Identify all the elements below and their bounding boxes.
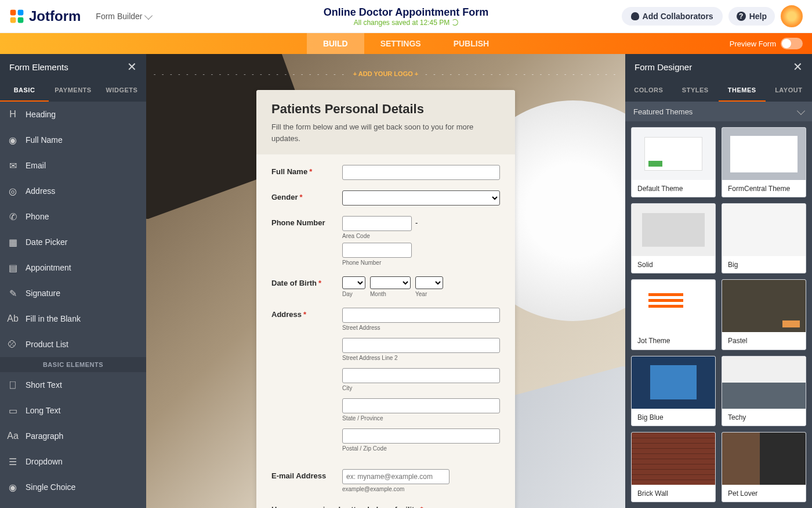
card-subtitle: Fill the form below and we will get back… bbox=[271, 121, 500, 144]
input-street2[interactable] bbox=[342, 338, 500, 353]
element-icon: ✆ bbox=[0, 211, 26, 222]
theme-brick-wall[interactable]: Brick Wall bbox=[631, 432, 716, 502]
select-year[interactable] bbox=[415, 276, 443, 289]
logo-icon bbox=[9, 9, 24, 24]
sublabel-city: City bbox=[342, 385, 500, 391]
input-phonenumber[interactable] bbox=[342, 243, 412, 258]
theme-jot-theme[interactable]: Jot Theme bbox=[631, 279, 716, 350]
theme-grid[interactable]: Default ThemeFormCentral ThemeSolidBigJo… bbox=[625, 121, 812, 508]
theme-solid[interactable]: Solid bbox=[631, 203, 716, 273]
preview-toggle[interactable] bbox=[781, 38, 803, 49]
theme-name: Techy bbox=[722, 409, 806, 426]
right-panel-title: Form Designer bbox=[635, 62, 692, 72]
elements-list[interactable]: HHeading◉Full Name✉Email◎Address✆Phone▦D… bbox=[0, 102, 146, 508]
theme-name: Brick Wall bbox=[632, 485, 715, 502]
input-street[interactable] bbox=[342, 308, 500, 323]
tab-build[interactable]: BUILD bbox=[307, 33, 364, 54]
tab-widgets[interactable]: WIDGETS bbox=[97, 80, 146, 102]
form-title[interactable]: Online Doctor Appointment Form bbox=[324, 6, 488, 19]
element-long-text[interactable]: ▭Long Text bbox=[0, 398, 146, 423]
element-paragraph[interactable]: AaParagraph bbox=[0, 423, 146, 449]
help-button[interactable]: ? Help bbox=[728, 7, 775, 26]
select-gender[interactable] bbox=[342, 190, 500, 206]
add-collaborators-button[interactable]: Add Collaborators bbox=[622, 7, 723, 26]
element-icon: Ab bbox=[0, 314, 26, 324]
theme-thumbnail bbox=[722, 128, 806, 180]
close-icon[interactable]: ✕ bbox=[793, 60, 803, 74]
input-state[interactable] bbox=[342, 398, 500, 413]
avatar[interactable] bbox=[781, 5, 803, 27]
svg-rect-0 bbox=[10, 10, 16, 16]
label-email: E-mail Address bbox=[271, 469, 334, 480]
element-dropdown[interactable]: ☰Dropdown bbox=[0, 449, 146, 474]
theme-name: Default Theme bbox=[632, 180, 715, 197]
label-previous: Have you previously attended our facilit… bbox=[271, 503, 500, 508]
element-phone[interactable]: ✆Phone bbox=[0, 204, 146, 229]
left-panel: Form Elements ✕ BASIC PAYMENTS WIDGETS H… bbox=[0, 54, 146, 508]
theme-techy[interactable]: Techy bbox=[722, 356, 806, 426]
svg-rect-2 bbox=[10, 17, 16, 23]
theme-filter-dropdown[interactable]: Featured Themes bbox=[625, 102, 812, 121]
tab-payments[interactable]: PAYMENTS bbox=[49, 80, 97, 102]
input-email[interactable] bbox=[342, 469, 449, 484]
input-postal[interactable] bbox=[342, 428, 500, 444]
element-full-name[interactable]: ◉Full Name bbox=[0, 127, 146, 153]
logo[interactable]: Jotform bbox=[9, 8, 81, 24]
theme-pet-lover[interactable]: Pet Lover bbox=[722, 432, 806, 502]
preview-form-toggle-wrap: Preview Form bbox=[730, 33, 803, 54]
element-label: Single Choice bbox=[26, 482, 75, 492]
tab-styles[interactable]: STYLES bbox=[672, 80, 719, 102]
theme-thumbnail bbox=[722, 433, 806, 485]
sublabel-areacode: Area Code bbox=[342, 233, 412, 239]
select-month[interactable] bbox=[370, 276, 411, 289]
theme-big-blue[interactable]: Big Blue bbox=[631, 356, 716, 426]
form-card[interactable]: Patients Personal Details Fill the form … bbox=[256, 90, 515, 508]
element-single-choice[interactable]: ◉Single Choice bbox=[0, 474, 146, 500]
right-panel: Form Designer ✕ COLORS STYLES THEMES LAY… bbox=[625, 54, 812, 508]
sublabel-street2: Street Address Line 2 bbox=[342, 355, 500, 361]
element-address[interactable]: ◎Address bbox=[0, 178, 146, 204]
tab-layout[interactable]: LAYOUT bbox=[766, 80, 813, 102]
logo-strip: - - - - - - - - - - - - - - - - - - - - … bbox=[146, 70, 625, 77]
theme-big[interactable]: Big bbox=[722, 203, 806, 273]
theme-name: Big bbox=[722, 256, 806, 273]
theme-thumbnail bbox=[632, 356, 715, 409]
element-email[interactable]: ✉Email bbox=[0, 153, 146, 178]
tab-themes[interactable]: THEMES bbox=[719, 80, 766, 102]
close-icon[interactable]: ✕ bbox=[127, 60, 137, 74]
add-logo-button[interactable]: + ADD YOUR LOGO + bbox=[349, 70, 423, 77]
input-city[interactable] bbox=[342, 368, 500, 383]
label-address: Address* bbox=[271, 308, 334, 319]
element-date-picker[interactable]: ▦Date Picker bbox=[0, 229, 146, 255]
element-heading[interactable]: HHeading bbox=[0, 102, 146, 127]
tab-publish[interactable]: PUBLISH bbox=[437, 33, 505, 54]
element-icon: ▭ bbox=[0, 405, 26, 416]
element-appointment[interactable]: ▤Appointment bbox=[0, 255, 146, 280]
form-builder-dropdown[interactable]: Form Builder bbox=[96, 12, 151, 21]
select-day[interactable] bbox=[342, 276, 365, 289]
refresh-icon bbox=[452, 19, 458, 26]
label-fullname: Full Name* bbox=[271, 165, 334, 176]
element-icon: ⎕ bbox=[0, 380, 26, 390]
element-product-list[interactable]: ⛒Product List bbox=[0, 332, 146, 357]
tab-colors[interactable]: COLORS bbox=[625, 80, 672, 102]
input-areacode[interactable] bbox=[342, 216, 412, 231]
theme-formcentral-theme[interactable]: FormCentral Theme bbox=[722, 127, 806, 197]
element-signature[interactable]: ✎Signature bbox=[0, 280, 146, 306]
theme-filter-label: Featured Themes bbox=[633, 107, 693, 116]
input-fullname[interactable] bbox=[342, 165, 500, 180]
tab-basic[interactable]: BASIC bbox=[0, 80, 49, 102]
element-label: Long Text bbox=[26, 406, 60, 415]
main-tabs: BUILD SETTINGS PUBLISH Preview Form bbox=[0, 33, 812, 54]
theme-thumbnail bbox=[722, 280, 806, 332]
element-label: Phone bbox=[26, 212, 49, 221]
logo-text: Jotform bbox=[29, 8, 81, 24]
tab-settings[interactable]: SETTINGS bbox=[364, 33, 437, 54]
theme-default-theme[interactable]: Default Theme bbox=[631, 127, 716, 197]
element-icon: ⛒ bbox=[0, 339, 26, 350]
theme-pastel[interactable]: Pastel bbox=[722, 279, 806, 350]
left-panel-header: Form Elements ✕ bbox=[0, 54, 146, 80]
element-icon: ✉ bbox=[0, 160, 26, 171]
element-short-text[interactable]: ⎕Short Text bbox=[0, 372, 146, 398]
element-fill-in-the-blank[interactable]: AbFill in the Blank bbox=[0, 306, 146, 332]
